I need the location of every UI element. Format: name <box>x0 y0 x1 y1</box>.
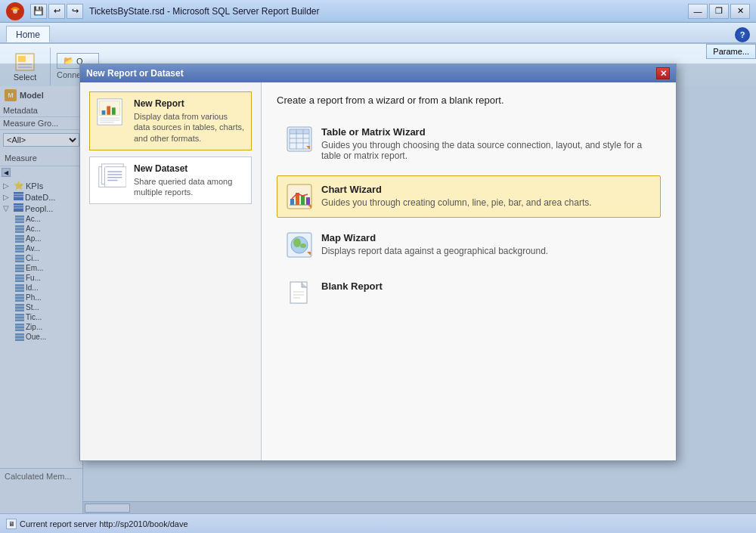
svg-rect-18 <box>100 119 120 120</box>
svg-point-43 <box>293 238 301 247</box>
svg-rect-16 <box>112 107 116 115</box>
modal-left-panel: New Report Display data from various dat… <box>80 82 262 460</box>
modal-right-panel: Create a report from a wizard or from a … <box>262 82 676 460</box>
svg-rect-28 <box>290 129 309 134</box>
wizard-chart[interactable]: Chart Wizard Guides you through creating… <box>277 175 661 218</box>
params-button[interactable]: Parame... <box>706 44 756 59</box>
status-icon: 🖥 <box>6 519 17 529</box>
svg-rect-26 <box>107 180 117 181</box>
chart-wizard-icon <box>287 184 312 209</box>
map-wizard-desc: Displays report data against a geographi… <box>321 246 548 256</box>
save-btn[interactable]: 💾 <box>30 4 47 19</box>
app-logo <box>6 2 24 20</box>
svg-rect-38 <box>301 195 305 205</box>
wizard-table-matrix[interactable]: Table or Matrix Wizard Guides you throug… <box>277 118 661 169</box>
modal-close-button[interactable]: ✕ <box>656 67 670 79</box>
map-wizard-icon <box>287 232 312 258</box>
svg-rect-39 <box>306 197 310 205</box>
chart-wizard-text: Chart Wizard Guides you through creating… <box>321 184 592 208</box>
table-wizard-icon <box>287 126 312 152</box>
svg-point-1 <box>13 9 17 14</box>
new-dataset-icon <box>96 163 126 191</box>
title-bar: 💾 ↩ ↪ TicketsByState.rsd - Microsoft SQL… <box>0 0 756 23</box>
tab-home[interactable]: Home <box>6 26 50 42</box>
wizard-map[interactable]: Map Wizard Displays report data against … <box>277 224 661 266</box>
modal-titlebar: New Report or Dataset ✕ <box>80 64 676 82</box>
modal-title: New Report or Dataset <box>86 68 184 79</box>
help-button[interactable]: ? <box>735 27 750 42</box>
svg-rect-19 <box>100 122 114 122</box>
wizard-blank-report[interactable]: Blank Report <box>277 272 661 315</box>
svg-point-44 <box>300 243 306 248</box>
modal-header-text: Create a report from a wizard or from a … <box>277 95 661 106</box>
svg-rect-15 <box>107 106 110 114</box>
svg-rect-23 <box>107 171 122 172</box>
window-title: TicketsByState.rsd - Microsoft SQL Serve… <box>89 6 320 17</box>
chart-wizard-title: Chart Wizard <box>321 184 592 195</box>
new-dataset-text: New Dataset Share queried data among mul… <box>134 163 245 198</box>
table-wizard-text: Table or Matrix Wizard Guides you throug… <box>321 126 651 161</box>
new-report-title: New Report <box>134 98 245 109</box>
map-wizard-text: Map Wizard Displays report data against … <box>321 232 548 256</box>
close-btn[interactable]: ✕ <box>730 4 750 19</box>
svg-rect-25 <box>107 177 122 178</box>
svg-rect-17 <box>100 118 120 119</box>
svg-rect-3 <box>18 56 26 62</box>
new-dataset-title: New Dataset <box>134 163 245 174</box>
new-report-card[interactable]: New Report Display data from various dat… <box>89 91 252 150</box>
svg-rect-24 <box>107 174 122 175</box>
modal-body: New Report Display data from various dat… <box>80 82 676 460</box>
minimize-btn[interactable]: — <box>688 4 708 19</box>
map-wizard-title: Map Wizard <box>321 232 548 243</box>
status-bar: 🖥 Current report server http://sp2010/bo… <box>0 513 756 533</box>
new-dataset-card[interactable]: New Dataset Share queried data among mul… <box>89 156 252 205</box>
undo-btn[interactable]: ↩ <box>48 4 65 19</box>
restore-btn[interactable]: ❐ <box>709 4 729 19</box>
blank-report-icon <box>287 280 312 306</box>
new-report-icon <box>96 98 126 126</box>
new-report-desc: Display data from various data sources i… <box>134 111 245 144</box>
table-wizard-title: Table or Matrix Wizard <box>321 126 651 138</box>
redo-btn[interactable]: ↪ <box>67 4 83 19</box>
ribbon: Home ? <box>0 23 756 44</box>
new-report-modal: New Report or Dataset ✕ <box>79 64 677 461</box>
modal-overlay: New Report or Dataset ✕ <box>0 64 756 513</box>
table-wizard-desc: Guides you through choosing the data sou… <box>321 140 651 161</box>
svg-rect-36 <box>290 199 294 205</box>
chart-wizard-desc: Guides you through creating column, line… <box>321 197 592 208</box>
blank-report-title: Blank Report <box>321 280 383 292</box>
svg-rect-14 <box>102 110 106 115</box>
new-dataset-desc: Share queried data among multiple report… <box>134 176 245 198</box>
blank-report-text: Blank Report <box>321 280 383 294</box>
status-text: Current report server http://sp2010/book… <box>20 519 188 528</box>
new-report-text: New Report Display data from various dat… <box>134 98 245 144</box>
